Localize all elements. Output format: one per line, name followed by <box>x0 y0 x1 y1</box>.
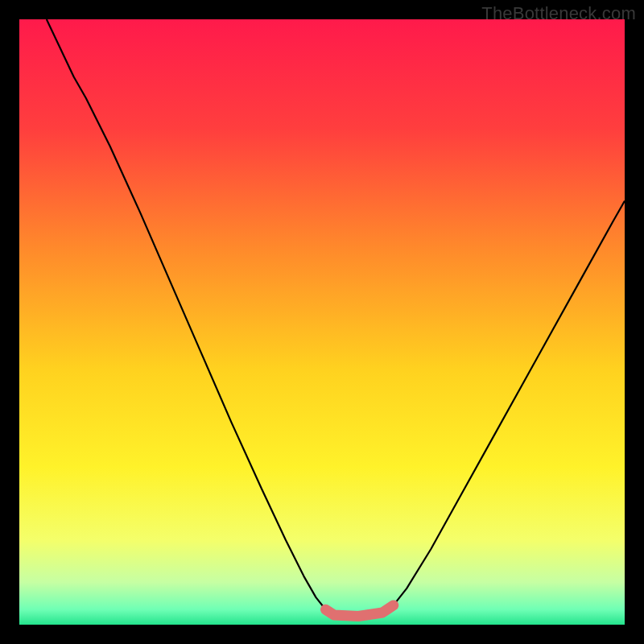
plot-area <box>19 19 625 625</box>
gradient-background <box>19 19 625 625</box>
chart-svg <box>19 19 625 625</box>
chart-frame: TheBottleneck.com <box>0 0 644 644</box>
watermark-text: TheBottleneck.com <box>481 3 636 24</box>
